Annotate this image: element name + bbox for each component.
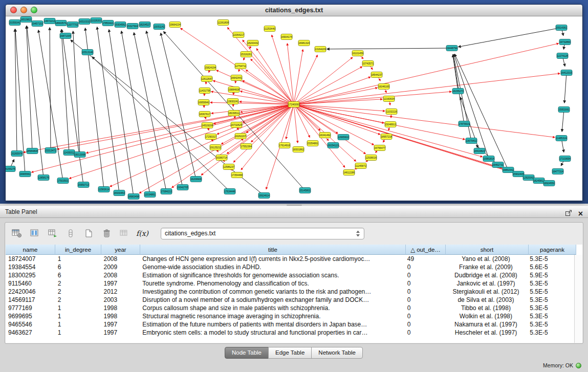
table-cell[interactable]: 0 [405,312,445,320]
network-node[interactable]: 20732625 [231,122,242,128]
column-header[interactable]: year [101,245,140,255]
show-columns-button[interactable] [28,227,41,240]
network-edge[interactable] [32,104,294,172]
table-cell[interactable]: 5.3E-5 [527,279,575,288]
table-row[interactable]: 2242004622012Investigating the contribut… [6,288,575,296]
network-edge[interactable] [27,26,43,178]
table-cell[interactable]: Hescheler et al. (1997) [445,329,528,337]
zoom-window-button[interactable] [31,7,37,13]
table-cell[interactable]: 19384554 [6,263,55,271]
network-node[interactable]: 14519208 [202,123,213,128]
network-node[interactable]: 11485324 [556,136,567,141]
network-node[interactable]: 18200432 [247,40,258,46]
network-edge[interactable] [69,104,294,179]
network-node[interactable]: 12612647 [201,76,212,82]
network-node[interactable]: 19342705 [177,185,188,190]
network-node[interactable]: 18039512 [228,111,239,116]
column-header[interactable]: in_degree [55,245,101,255]
tab-edge-table[interactable]: Edge Table [268,347,312,359]
network-edge[interactable] [294,92,451,104]
network-node[interactable]: 16959942 [198,100,209,105]
network-node[interactable]: 13679402 [466,138,477,144]
table-cell[interactable]: 1 [55,329,101,337]
table-cell[interactable]: 5.6E-5 [527,263,575,271]
table-cell[interactable]: 0 [405,263,445,271]
network-node[interactable]: 18584808 [27,148,38,154]
table-row[interactable]: 969969511998Structural magnetic resonanc… [6,312,575,320]
import-table-button[interactable] [46,227,59,240]
table-cell[interactable]: Estimation of significance thresholds fo… [140,271,405,279]
network-edge[interactable] [86,104,294,153]
network-node[interactable]: 18663574 [55,20,67,26]
table-cell[interactable]: Yano et al. (2008) [445,255,528,263]
network-node[interactable]: 15824194 [205,65,216,71]
network-node[interactable]: 15313472 [45,148,56,154]
table-cell[interactable]: 1 [55,255,101,263]
network-edge[interactable] [251,59,294,104]
network-edge[interactable] [272,35,294,104]
window-titlebar[interactable]: citations_edges.txt [6,5,582,16]
network-edge[interactable] [246,70,294,104]
close-window-button[interactable] [10,7,17,13]
network-node[interactable]: 15354861 [307,141,318,146]
table-cell[interactable]: 0 [405,288,445,296]
table-cell[interactable]: 5.3E-5 [527,312,575,320]
network-node[interactable]: 20265978 [11,151,23,157]
network-node[interactable]: 12261808 [217,20,229,26]
network-node[interactable]: 13051142 [154,24,165,30]
table-cell[interactable]: 22420046 [6,288,55,296]
table-cell[interactable]: 2 [55,288,101,296]
vertical-scrollbar[interactable] [574,255,582,343]
network-node[interactable]: 19013068 [74,152,85,158]
network-edge[interactable] [562,110,564,132]
network-edge[interactable] [109,30,134,196]
network-node[interactable]: 19125211 [210,145,221,150]
table-cell[interactable]: Wolkin et al. (1998) [445,312,528,320]
network-node[interactable]: 19732864 [559,39,571,45]
network-node[interactable]: 14612286 [343,170,355,176]
network-edge[interactable] [161,33,196,179]
table-cell[interactable]: Disruption of a novel member of a sodium… [140,296,405,304]
network-node[interactable]: 11431756 [199,88,210,94]
network-node[interactable]: 16904174 [281,34,292,40]
table-cell[interactable]: 5.3E-5 [527,296,575,304]
table-cell[interactable]: 1997 [101,329,140,337]
table-cell[interactable]: Franke et al. (2009) [445,263,528,271]
network-node[interactable]: 17354468 [231,172,243,178]
table-cell[interactable]: 0 [405,279,445,288]
network-node[interactable]: 17503501 [57,178,69,184]
network-node[interactable]: 16930453 [114,190,125,196]
table-cell[interactable]: 2009 [101,263,140,271]
table-cell[interactable]: 1997 [101,320,140,329]
table-cell[interactable]: de Silva et al. (2003) [445,296,528,304]
table-cell[interactable]: 0 [405,296,445,304]
table-row[interactable]: 977716911998Corpus callosum shape and si… [6,304,575,312]
network-node[interactable]: 17879919 [459,121,470,127]
network-node[interactable]: 11583614 [98,187,110,192]
table-cell[interactable]: Investigating the contribution of common… [140,288,405,296]
network-node[interactable]: 16101459 [352,51,363,56]
network-node[interactable]: 13164209 [315,47,326,52]
network-node[interactable]: 17290317 [205,134,216,140]
network-node[interactable]: 16262207 [235,134,246,139]
table-cell[interactable]: Tourette syndrome. Phenomenology and cla… [140,279,405,288]
network-node[interactable]: 18544237 [371,72,382,78]
table-cell[interactable]: Nakamura et al. (1997) [445,320,528,329]
table-cell[interactable]: 1 [55,304,101,312]
table-cell[interactable]: 0 [405,320,445,329]
table-cell[interactable]: 1998 [101,312,140,320]
table-cell[interactable]: 2 [55,296,101,304]
network-edge[interactable] [146,31,183,187]
table-cell[interactable]: 0 [405,271,445,279]
network-node[interactable]: 19924614 [258,193,270,199]
network-node[interactable]: 16341492 [319,133,331,138]
network-node[interactable]: 11026301 [91,18,102,24]
table-cell[interactable]: 5.9E-5 [527,271,575,279]
network-node[interactable]: 19884608 [228,87,239,93]
network-node[interactable]: 16412015 [561,70,572,76]
network-node[interactable]: 17103654 [559,156,571,162]
table-selector-dropdown[interactable]: citations_edges.txt [161,228,364,239]
table-cell[interactable]: Jankovic et al. (1997) [445,279,528,288]
table-cell[interactable]: 1997 [101,279,140,288]
network-edge[interactable] [294,74,560,104]
